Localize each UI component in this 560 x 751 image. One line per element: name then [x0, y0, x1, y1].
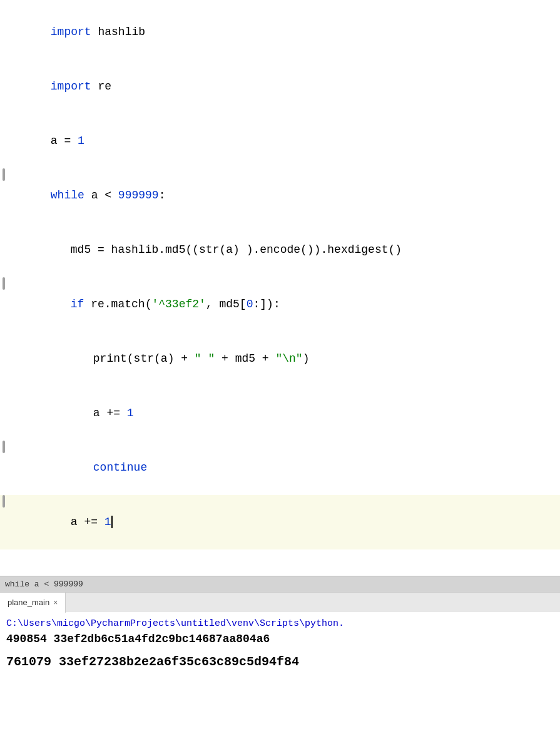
identifier: re: [98, 80, 111, 93]
terminal-path: C:\Users\micgo\PycharmProjects\untitled\…: [6, 618, 554, 629]
line-content-8: a += 1: [8, 386, 134, 441]
code-line-5: md5 = hashlib.md5((str(a) ).encode()).he…: [0, 223, 560, 277]
code-text: , md5[: [206, 298, 247, 310]
line-content-4: while a < 999999:: [8, 168, 165, 223]
string-literal: " ": [195, 352, 215, 365]
breakpoint-marker-2: [3, 277, 5, 290]
current-line-marker: [3, 495, 5, 508]
code-line-1: import hashlib: [0, 5, 560, 59]
breakpoint-marker-3: [3, 441, 5, 453]
terminal-area: C:\Users\micgo\PycharmProjects\untitled\…: [0, 612, 560, 671]
keyword-while: while: [51, 189, 91, 202]
line-content-6: if re.match('^33ef2', md5[0:]):: [8, 277, 280, 332]
code-line-7: print(str(a) + " " + md5 + "\n"): [0, 332, 560, 386]
code-text: a +=: [93, 407, 127, 419]
number: 0: [247, 298, 253, 310]
number: 999999: [118, 189, 159, 202]
code-editor[interactable]: import hashlib import re a = 1 while a <…: [0, 0, 560, 576]
keyword-continue: continue: [93, 461, 147, 474]
line-content-1: import hashlib: [8, 5, 145, 59]
code-text: a +=: [71, 516, 104, 528]
code-line-2: import re: [0, 59, 560, 114]
tab-bar: plane_main ×: [0, 592, 560, 612]
string-literal: "\n": [275, 352, 302, 365]
line-content-10: a += 1: [8, 495, 113, 549]
keyword: import: [51, 80, 98, 93]
line-content-2: import re: [8, 59, 111, 114]
code-text: + md5 +: [215, 352, 275, 365]
line-content-9: continue: [8, 441, 147, 495]
line-content-5: md5 = hashlib.md5((str(a) ).encode()).he…: [8, 223, 402, 277]
code-text: md5 = hashlib.md5((str(a) ).encode()).he…: [71, 243, 402, 256]
code-text: ): [303, 352, 310, 365]
code-line-8: a += 1: [0, 386, 560, 441]
number: 1: [104, 516, 111, 528]
terminal-output-2: 761079 33ef27238b2e2a6f35c63c89c5d94f84: [6, 653, 554, 671]
line-gutter-9: [0, 441, 8, 453]
line-content-7: print(str(a) + " " + md5 + "\n"): [8, 332, 310, 386]
keyword-if: if: [71, 298, 91, 310]
number: 1: [127, 407, 134, 419]
text-cursor: [111, 516, 113, 528]
terminal-output-1: 490854 33ef2db6c51a4fd2c9bc14687aa804a6: [6, 631, 554, 647]
line-gutter-4: [0, 168, 8, 181]
number: 1: [78, 135, 84, 147]
tab-label: plane_main: [8, 598, 49, 607]
code-text: a <: [91, 189, 118, 202]
status-bar: while a < 999999: [0, 576, 560, 592]
code-line-3: a = 1: [0, 114, 560, 168]
code-line-6: if re.match('^33ef2', md5[0:]):: [0, 277, 560, 332]
line-content-3: a = 1: [8, 114, 84, 168]
breakpoint-marker: [3, 168, 5, 181]
code-text: :]):: [253, 298, 280, 310]
line-gutter-10: [0, 495, 8, 508]
tab-close-button[interactable]: ×: [53, 598, 58, 607]
string-literal: '^33ef2': [151, 298, 205, 310]
code-line-9: continue: [0, 441, 560, 495]
code-text: a =: [51, 135, 78, 147]
identifier: hashlib: [98, 26, 145, 38]
code-text: re.match(: [91, 298, 151, 310]
tab-plane-main[interactable]: plane_main ×: [0, 593, 66, 613]
status-text: while a < 999999: [5, 580, 83, 589]
code-line-10: a += 1: [0, 495, 560, 549]
code-line-4: while a < 999999:: [0, 168, 560, 223]
code-text: print(str(a) +: [93, 352, 195, 365]
keyword: import: [51, 26, 98, 38]
line-gutter-6: [0, 277, 8, 290]
colon: :: [159, 189, 166, 202]
